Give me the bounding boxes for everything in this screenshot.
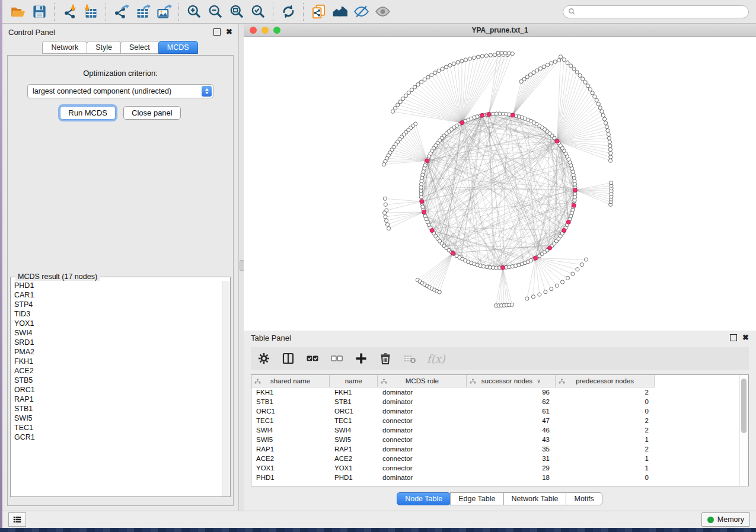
optimization-criterion-label: Optimization criterion: [8, 69, 233, 78]
mcds-result-scrollbar[interactable] [222, 281, 230, 496]
table-row[interactable]: FKH1FKH1dominator962 [251, 387, 748, 397]
save-session-button[interactable] [29, 2, 49, 22]
criterion-select[interactable]: largest connected component (undirected) [27, 84, 213, 98]
mcds-result-item[interactable]: TID3 [11, 309, 222, 319]
table-row[interactable]: SWI4SWI4dominator462 [251, 425, 748, 435]
table-settings-button[interactable] [257, 351, 271, 366]
cell-name: ORC1 [330, 408, 378, 415]
cell-successor-nodes: 47 [467, 417, 556, 424]
deselect-all-rows-button[interactable] [330, 351, 344, 366]
tab-style[interactable]: Style [87, 41, 121, 54]
memory-button[interactable]: Memory [701, 512, 750, 527]
mcds-result-item[interactable]: SWI4 [11, 328, 222, 338]
mcds-result-item[interactable]: CAR1 [11, 290, 222, 300]
mcds-result-item[interactable]: ORC1 [11, 385, 222, 395]
select-all-rows-button[interactable] [305, 351, 320, 366]
mcds-result-item[interactable]: RAP1 [11, 395, 222, 404]
apply-layout-button[interactable] [278, 2, 298, 22]
cell-MCDS-role: connector [378, 417, 467, 424]
export-table-button[interactable] [132, 2, 152, 22]
hide-selected-button[interactable] [351, 2, 371, 22]
cell-shared-name: YOX1 [251, 464, 330, 472]
tab-mcds[interactable]: MCDS [158, 41, 198, 54]
column-header-predecessor-nodes[interactable]: predecessor nodes [556, 375, 655, 387]
table-row[interactable]: SWI5SWI5connector431 [251, 435, 748, 444]
search-input[interactable] [579, 7, 744, 17]
mcds-result-item[interactable]: STB1 [11, 404, 222, 414]
gear-icon [257, 352, 270, 365]
export-network-button[interactable] [111, 2, 131, 22]
tab-node-table[interactable]: Node Table [397, 492, 451, 505]
tab-motifs[interactable]: Motifs [566, 492, 602, 505]
list-icon [12, 515, 22, 524]
sort-indicator-icon[interactable]: ∨ [537, 378, 541, 384]
duplicate-network-button[interactable] [308, 2, 328, 22]
mcds-result-item[interactable]: SWI5 [11, 414, 222, 423]
mcds-result-item[interactable]: TEC1 [11, 423, 222, 432]
open-session-button[interactable] [8, 2, 28, 22]
create-column-button[interactable] [354, 351, 368, 366]
import-network-button[interactable] [59, 2, 79, 22]
mcds-result-item[interactable]: YOX1 [11, 319, 222, 328]
cell-shared-name: SWI4 [251, 427, 330, 434]
toolbar-separator [178, 3, 179, 21]
mcds-result-item[interactable]: STP4 [11, 300, 222, 309]
delete-column-button[interactable] [378, 351, 393, 366]
float-table-icon[interactable] [730, 334, 737, 341]
delete-table-button [403, 351, 417, 366]
show-all-button[interactable] [372, 2, 393, 22]
import-table-button[interactable] [81, 2, 101, 22]
column-header-MCDS-role[interactable]: MCDS role [378, 375, 467, 387]
cell-name: STB1 [330, 398, 378, 405]
table-scrollbar-thumb[interactable] [741, 379, 747, 433]
mcds-result-item[interactable]: PHD1 [11, 281, 222, 290]
network-canvas[interactable] [244, 37, 756, 331]
import_network-icon [62, 4, 78, 20]
first-neighbors-button[interactable] [330, 2, 350, 22]
float-panel-icon[interactable] [213, 28, 221, 36]
tab-edge-table[interactable]: Edge Table [450, 492, 503, 505]
control-panel-header: Control Panel ✖ [2, 24, 238, 40]
mcds-result-list[interactable]: PHD1CAR1STP4TID3YOX1SWI4SRD1PMA2FKH1ACE2… [11, 281, 222, 496]
close-table-icon[interactable]: ✖ [742, 335, 749, 341]
network-window-titlebar[interactable]: YPA_prune.txt_1 [244, 24, 756, 37]
zoom-in-button[interactable] [184, 2, 204, 22]
close-panel-icon[interactable]: ✖ [226, 29, 232, 35]
control-panel-window-buttons: ✖ [213, 28, 232, 36]
mcds-result-item[interactable]: SRD1 [11, 338, 222, 347]
toolbar-separator [303, 3, 304, 21]
zoom-out-button[interactable] [205, 2, 225, 22]
panel-splitter[interactable] [239, 24, 244, 511]
mcds-result-item[interactable]: ACE2 [11, 366, 222, 376]
table-row[interactable]: STB1STB1dominator620 [251, 397, 748, 406]
show-panels-button[interactable] [8, 512, 26, 527]
zoom-fit-button[interactable] [227, 2, 247, 22]
table-row[interactable]: PHD1PHD1dominator180 [251, 473, 748, 482]
table-row[interactable]: RAP1RAP1dominator352 [251, 444, 748, 454]
show-columns-button[interactable] [281, 351, 295, 366]
eye-icon [375, 4, 391, 20]
close-panel-button[interactable]: Close panel [123, 106, 181, 120]
zoom-selected-button[interactable] [248, 2, 268, 22]
mcds-result-item[interactable]: FKH1 [11, 357, 222, 366]
zoom_out-icon [208, 4, 224, 20]
tab-select[interactable]: Select [120, 41, 159, 54]
table-scrollbar[interactable] [739, 375, 748, 486]
export-image-button[interactable] [154, 2, 174, 22]
column-header-shared-name[interactable]: shared name [251, 375, 330, 387]
cell-MCDS-role: connector [378, 436, 467, 443]
mcds-result-item[interactable]: GCR1 [11, 432, 222, 442]
mcds-result-item[interactable]: STB5 [11, 376, 222, 385]
tab-network[interactable]: Network [42, 41, 87, 54]
column-header-name[interactable]: name [330, 375, 378, 387]
cytoscape-window: Control Panel ✖ NetworkStyleSelectMCDS O… [2, 0, 756, 528]
table-row[interactable]: YOX1YOX1connector291 [251, 463, 748, 473]
run-mcds-button[interactable]: Run MCDS [60, 106, 116, 120]
table-row[interactable]: ORC1ORC1dominator610 [251, 406, 748, 416]
column-header-successor-nodes[interactable]: successor nodes∨ [467, 375, 556, 387]
table-row[interactable]: ACE2ACE2connector311 [251, 454, 748, 463]
search-box[interactable] [563, 5, 749, 18]
table-row[interactable]: TEC1TEC1connector472 [251, 416, 748, 425]
tab-network-table[interactable]: Network Table [503, 492, 567, 505]
mcds-result-item[interactable]: PMA2 [11, 347, 222, 357]
